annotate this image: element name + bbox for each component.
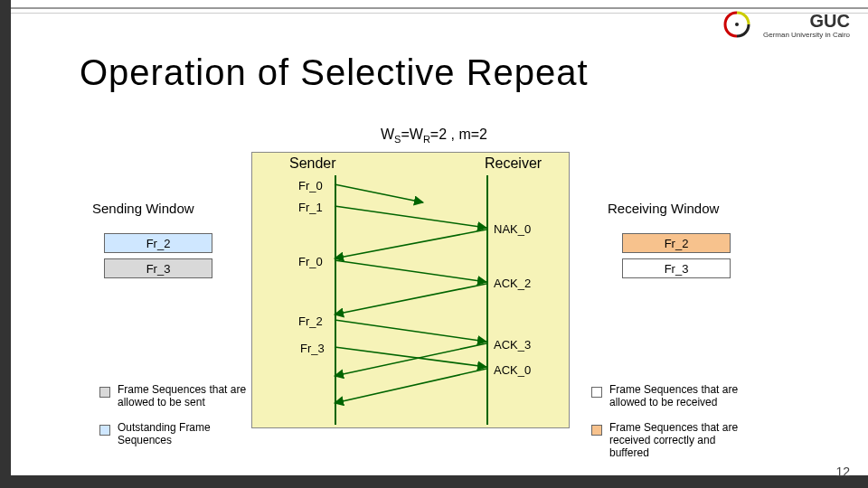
legend-swatch-3 xyxy=(591,425,602,436)
logo-mark-icon xyxy=(723,11,750,38)
legend-text-3: Frame Sequences that are received correc… xyxy=(609,421,754,459)
parameters-line: WS=WR=2 , m=2 xyxy=(0,127,868,145)
sending-window-cell-1: Fr_3 xyxy=(104,258,212,278)
svg-line-9 xyxy=(335,369,486,403)
legend-swatch-0 xyxy=(99,387,110,398)
svg-line-5 xyxy=(335,284,486,314)
legend-text-0: Frame Sequences that are allowed to be s… xyxy=(118,383,262,408)
legend-swatch-1 xyxy=(99,425,110,436)
svg-point-0 xyxy=(735,23,739,26)
ws-sub: S xyxy=(394,134,401,145)
receiving-window-cell-0: Fr_2 xyxy=(622,233,731,253)
logo-subtext: German University in Cairo xyxy=(763,31,850,39)
slide-number: 12 xyxy=(835,465,850,479)
svg-line-8 xyxy=(335,343,486,376)
params-rest: =2 , m=2 xyxy=(430,127,487,142)
svg-line-6 xyxy=(335,320,486,342)
svg-line-1 xyxy=(335,184,423,202)
logo-text: GUC xyxy=(810,11,850,32)
ws-label: W xyxy=(381,127,394,142)
svg-line-3 xyxy=(335,230,486,258)
message-arrows xyxy=(251,152,570,428)
legend-swatch-2 xyxy=(591,387,602,398)
logo: GUC German University in Cairo xyxy=(714,7,850,43)
slide-title: Operation of Selective Repeat xyxy=(80,52,589,93)
svg-line-4 xyxy=(335,260,486,282)
svg-line-7 xyxy=(335,347,486,367)
wr-sub: R xyxy=(423,134,430,145)
svg-line-2 xyxy=(335,206,486,228)
receiving-window-header: Receiving Window xyxy=(608,201,719,216)
wr-label: W xyxy=(410,127,423,142)
receiving-window-cell-1: Fr_3 xyxy=(622,258,731,278)
legend-text-2: Frame Sequences that are allowed to be r… xyxy=(609,383,754,408)
legend-text-1: Outstanding Frame Sequences xyxy=(118,421,262,446)
sending-window-cell-0: Fr_2 xyxy=(104,233,212,253)
sending-window-header: Sending Window xyxy=(92,201,194,216)
